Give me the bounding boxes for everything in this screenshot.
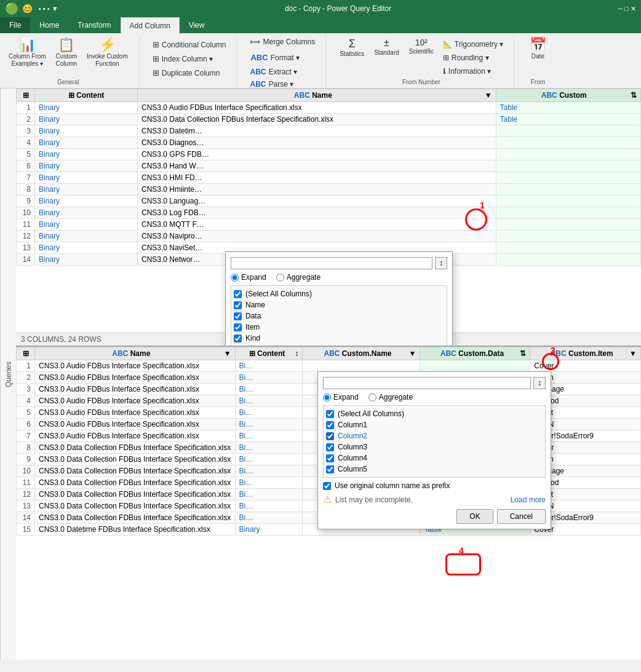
checkbox-data[interactable] [234, 312, 242, 320]
bottom-table-icon: ⊞ [23, 349, 29, 358]
standard-icon: ± [384, 38, 389, 48]
tab-view[interactable]: View [180, 17, 214, 33]
popup1-search-input[interactable] [231, 257, 432, 269]
col-header-content-bot[interactable]: ⊞ Content ↕ [235, 347, 303, 360]
top-row-num: 10 [17, 207, 35, 219]
tab-file[interactable]: File [0, 17, 30, 33]
checkbox2-col2[interactable] [326, 432, 334, 440]
top-row-num: 4 [17, 137, 35, 149]
filter-custom-item[interactable]: ▼ [629, 349, 637, 358]
name-type-icon: ABC [294, 91, 310, 100]
duplicate-label: Duplicate Column [162, 69, 220, 77]
conditional-column-button[interactable]: ⊞ Conditional Column [149, 38, 229, 51]
col-header-custom-item-bot[interactable]: ABC Custom.Item ▼ [530, 347, 641, 360]
col-header-name-bot[interactable]: ABC Name ▼ [35, 347, 236, 360]
popup2-prefix-checkbox[interactable] [323, 482, 331, 490]
checkbox2-col3[interactable] [326, 443, 334, 451]
checkbox2-select-all[interactable] [326, 410, 334, 418]
bot-row-content: Bi… [235, 395, 303, 407]
load-more-link-2[interactable]: Load more [511, 496, 546, 504]
list-item-data: Data [234, 310, 444, 322]
index-column-button[interactable]: ⊞ Index Column ▾ [149, 52, 229, 65]
bot-row-num: 12 [17, 489, 35, 500]
checkbox2-col4[interactable] [326, 454, 334, 462]
duplicate-column-button[interactable]: ⊞ Duplicate Column [149, 66, 229, 79]
top-row-custom: Table [496, 114, 640, 125]
popup2-aggregate-radio[interactable]: Aggregate [368, 393, 413, 401]
content-area: ⊞ ⊞ Content ABC Name ▼ ABC Custom ⇅ [16, 89, 641, 660]
top-row-num: 6 [17, 160, 35, 172]
list2-item-col4: Column4 [326, 453, 543, 464]
popup1-aggregate-radio[interactable]: Aggregate [276, 273, 320, 282]
format-button[interactable]: ABC Format ▾ [247, 50, 318, 65]
top-row-name: CNS3.0 Hand W… [137, 160, 496, 172]
label2-col3: Column3 [338, 443, 367, 451]
filter-name-bot[interactable]: ▼ [224, 349, 231, 358]
ribbon-group-from-text: ⟺ Merge Columns ABC Format ▾ ABC Extract… [247, 36, 326, 88]
checkbox2-col1[interactable] [326, 421, 334, 429]
warning-icon-2: ⚠ [323, 494, 332, 505]
quick-access: ▪ ▪ ▪ ▼ [39, 5, 58, 12]
bot-row-name: CNS3.0 Datetime FDBus Interface Specific… [35, 524, 236, 536]
popup2-cancel-button[interactable]: Cancel [497, 509, 546, 524]
col-header-custom-data-bot[interactable]: ABC Custom.Data ⇅ [420, 347, 530, 360]
expand-icon-custom[interactable]: ⇅ [631, 91, 637, 100]
filter-icon-name[interactable]: ▼ [485, 91, 492, 100]
scientific-button[interactable]: 10² Scientific [405, 36, 437, 57]
filter-content-bot[interactable]: ↕ [295, 349, 298, 358]
col-header-content-top[interactable]: ⊞ Content [35, 89, 138, 102]
popup1-sort-button[interactable]: ↕ [435, 257, 447, 269]
standard-button[interactable]: ± Standard [370, 36, 403, 58]
conditional-group-label [149, 84, 229, 85]
popup1-column-list: (Select All Columns) Name Data Item [231, 285, 447, 347]
popup2-sort-button[interactable]: ↕ [533, 377, 546, 389]
from-text-buttons: ⟺ Merge Columns ABC Format ▾ ABC Extract… [247, 36, 318, 90]
top-row-content: Binary [35, 137, 138, 149]
col-header-custom-top[interactable]: ABC Custom ⇅ [496, 89, 640, 102]
date-button[interactable]: 📅 Date [524, 36, 551, 62]
top-row-name: CNS3.0 Hmiinte… [137, 184, 496, 196]
custom-item-icon-bot: ABC [551, 349, 567, 358]
scientific-label: Scientific [409, 48, 434, 55]
top-row-num: 12 [17, 231, 35, 242]
bot-row-name: CNS3.0 Audio FDBus Interface Specificati… [35, 372, 236, 384]
filter-custom-name[interactable]: ▼ [409, 349, 416, 358]
expand-popup-1: ↕ Expand Aggregate (Select All Columns) [225, 251, 453, 347]
extract-button[interactable]: ABC Extract ▾ [247, 66, 318, 78]
popup2-ok-button[interactable]: OK [456, 509, 493, 524]
col-header-name-top[interactable]: ABC Name ▼ [137, 89, 496, 102]
top-row-custom [496, 172, 640, 184]
column-from-examples-button[interactable]: 📊 Column FromExamples ▾ [5, 36, 50, 70]
popup2-expand-radio[interactable]: Expand [323, 393, 359, 401]
checkbox2-col5[interactable] [326, 465, 334, 473]
index-label: Index Column ▾ [162, 55, 213, 63]
statistics-button[interactable]: Σ Statistics [336, 36, 368, 60]
col-header-custom-name-bot[interactable]: ABC Custom.Name ▼ [303, 347, 420, 360]
checkbox-select-all[interactable] [234, 290, 242, 298]
invoke-custom-function-button[interactable]: ⚡ Invoke CustomFunction [83, 36, 132, 70]
tab-home[interactable]: Home [30, 17, 68, 33]
top-row-name: CNS3.0 Audio FDBus Interface Specificati… [137, 102, 496, 114]
popup1-expand-radio[interactable]: Expand [231, 273, 266, 282]
label2-col4: Column4 [338, 454, 367, 462]
general-group-label: General [5, 77, 132, 85]
merge-label: Merge Columns [263, 38, 315, 46]
information-button[interactable]: ℹ Information ▾ [440, 65, 507, 77]
bot-row-content: Binary [235, 524, 303, 536]
bot-row-name: CNS3.0 Data Collection FDBus Interface S… [35, 442, 236, 454]
tab-add-column[interactable]: Add Column [121, 17, 180, 33]
tab-transform[interactable]: Transform [68, 17, 120, 33]
ribbon-group-from-number: Σ Statistics ± Standard 10² Scientific 📐… [336, 36, 514, 88]
popup2-search-input[interactable] [323, 377, 531, 389]
rounding-button[interactable]: ⊞ Rounding ▾ [440, 52, 507, 64]
top-row-custom [496, 125, 640, 137]
checkbox-name[interactable] [234, 301, 242, 309]
checkbox-item[interactable] [234, 323, 242, 331]
trigonometry-button[interactable]: 📐 Trigonometry ▾ [440, 38, 507, 50]
merge-columns-button[interactable]: ⟺ Merge Columns [247, 36, 318, 48]
expand-icon-custom-data[interactable]: ⇅ [520, 349, 526, 358]
custom-column-button[interactable]: 📋 CustomColumn [52, 36, 81, 70]
checkbox-kind[interactable] [234, 334, 242, 342]
queries-panel[interactable]: Queries [0, 89, 16, 660]
trig-label: Trigonometry ▾ [455, 40, 504, 49]
